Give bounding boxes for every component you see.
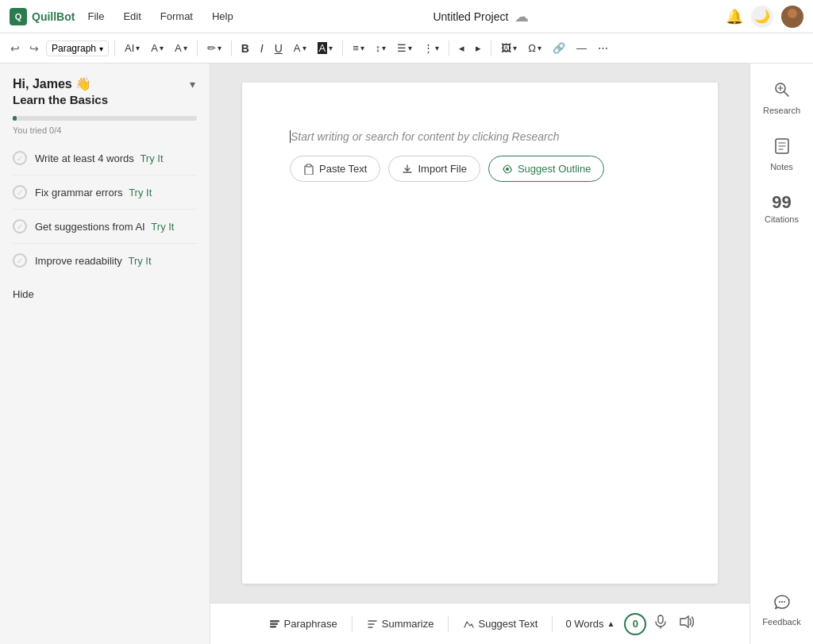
- indent-btn[interactable]: ▸: [472, 40, 485, 56]
- separator: [491, 40, 491, 56]
- underline-button[interactable]: U: [271, 40, 287, 57]
- microphone-button[interactable]: [649, 611, 672, 636]
- svg-rect-3: [306, 164, 311, 167]
- suggest-outline-button[interactable]: Suggest Outline: [488, 156, 605, 182]
- align-btn[interactable]: ≡ ▾: [349, 40, 368, 56]
- research-panel-btn[interactable]: Research: [750, 70, 813, 126]
- task-item-2: ✓ Fix grammar errors Try It: [13, 175, 197, 210]
- feedback-button[interactable]: Feedback: [750, 583, 813, 638]
- summarize-label: Summarize: [382, 618, 434, 630]
- research-icon: [773, 81, 791, 102]
- separator: [352, 616, 353, 632]
- greeting-text: Hi, James 👋: [13, 76, 108, 91]
- highlight-btn[interactable]: A▾: [314, 40, 337, 56]
- word-count-button[interactable]: 0 Words ▲: [559, 613, 621, 634]
- menu-edit[interactable]: Edit: [120, 9, 144, 24]
- svg-point-4: [506, 168, 509, 171]
- feedback-icon: [773, 594, 791, 614]
- more-options-btn[interactable]: ⋯: [594, 40, 612, 56]
- learn-subtitle: Learn the Basics: [13, 93, 108, 106]
- project-title[interactable]: Untitled Project: [433, 10, 508, 23]
- paragraph-style-label: Paragraph: [52, 43, 96, 54]
- cloud-save-icon[interactable]: ☁: [514, 8, 529, 25]
- formatting-toolbar: ↩ ↪ Paragraph AI ▾ A ▾ A▾ ✏ ▾ B I U A▾ A…: [0, 33, 813, 64]
- dark-mode-toggle[interactable]: 🌙: [751, 6, 773, 28]
- task-text-1: Write at least 4 words Try It: [35, 152, 197, 164]
- svg-point-13: [781, 601, 783, 603]
- citations-panel-btn[interactable]: 99 Citations: [750, 183, 813, 235]
- undo-button[interactable]: ↩: [6, 40, 24, 57]
- notes-panel-btn[interactable]: Notes: [750, 126, 813, 183]
- paragraph-style-select[interactable]: Paragraph: [46, 40, 109, 56]
- separator: [448, 616, 449, 632]
- audio-button[interactable]: [675, 612, 699, 635]
- learn-basics-panel: Hi, James 👋 Learn the Basics ▾ You tried…: [0, 64, 210, 644]
- editor-placeholder: Start writing or search for content by c…: [290, 130, 559, 143]
- svg-point-14: [784, 601, 785, 603]
- hr-btn[interactable]: —: [572, 40, 591, 56]
- undo-redo-group: ↩ ↪: [6, 40, 43, 57]
- image-btn[interactable]: 🖼 ▾: [497, 40, 521, 56]
- svg-rect-6: [270, 623, 278, 625]
- suggest-text-label: Suggest Text: [478, 618, 538, 630]
- svg-rect-8: [658, 615, 663, 623]
- svg-rect-5: [270, 620, 279, 623]
- svg-point-12: [779, 601, 780, 603]
- paste-text-button[interactable]: Paste Text: [290, 156, 380, 182]
- suggest-text-button[interactable]: Suggest Text: [455, 613, 545, 634]
- collapse-panel-button[interactable]: ▾: [188, 76, 197, 92]
- separator: [114, 40, 115, 56]
- indent-list-btn[interactable]: ⋮ ▾: [419, 40, 443, 56]
- special-char-btn[interactable]: Ω ▾: [524, 40, 545, 56]
- list-btn[interactable]: ☰ ▾: [393, 40, 416, 56]
- redo-button[interactable]: ↪: [25, 40, 43, 57]
- task-text-2: Fix grammar errors Try It: [35, 187, 197, 199]
- line-spacing-btn[interactable]: ↕ ▾: [372, 40, 391, 56]
- paragraph-chevron-icon: [99, 43, 103, 54]
- import-file-button[interactable]: Import File: [388, 156, 480, 182]
- menu-file[interactable]: File: [84, 9, 107, 24]
- svg-point-1: [784, 19, 800, 28]
- bold-button[interactable]: B: [237, 40, 253, 57]
- font-format-btn[interactable]: A▾: [171, 40, 191, 56]
- task-item-4: ✓ Improve readability Try It: [13, 244, 197, 277]
- action-buttons: Paste Text Import File Suggest Outline: [290, 156, 670, 182]
- italic-button[interactable]: I: [256, 40, 268, 57]
- paraphrase-button[interactable]: Paraphrase: [261, 613, 345, 634]
- spell-check-btn[interactable]: ✏ ▾: [203, 40, 225, 56]
- try-it-2[interactable]: Try It: [129, 187, 152, 199]
- summarize-button[interactable]: Summarize: [359, 613, 442, 634]
- feedback-label: Feedback: [762, 617, 800, 627]
- try-it-1[interactable]: Try It: [140, 152, 163, 164]
- word-count-label: 0 Words: [565, 618, 603, 630]
- import-file-label: Import File: [418, 163, 466, 175]
- research-label: Research: [763, 106, 800, 115]
- hide-button[interactable]: Hide: [13, 277, 197, 303]
- notes-label: Notes: [770, 162, 793, 172]
- app-logo[interactable]: Q QuillBot: [10, 8, 75, 25]
- font-size-btn[interactable]: A ▾: [147, 40, 168, 56]
- count-badge: 0: [624, 613, 646, 635]
- outdent-btn[interactable]: ◂: [455, 40, 468, 56]
- task-text-3: Get suggestions from AI Try It: [35, 221, 197, 233]
- task-item-3: ✓ Get suggestions from AI Try It: [13, 210, 197, 244]
- try-it-3[interactable]: Try It: [151, 221, 174, 233]
- task-text-4: Improve readability Try It: [35, 255, 197, 267]
- menu-format[interactable]: Format: [157, 9, 196, 24]
- task-check-3: ✓: [13, 219, 27, 233]
- notification-icon[interactable]: 🔔: [726, 8, 743, 25]
- link-btn[interactable]: 🔗: [549, 40, 569, 56]
- right-panel: Research Notes 99 Citations Feedback: [749, 64, 813, 644]
- task-check-2: ✓: [13, 185, 27, 199]
- ai-writing-btn[interactable]: AI ▾: [121, 40, 144, 56]
- editor-document[interactable]: Start writing or search for content by c…: [242, 83, 718, 584]
- notes-icon: [774, 137, 790, 159]
- font-color-btn[interactable]: A▾: [290, 40, 310, 56]
- task-item-1: ✓ Write at least 4 words Try It: [13, 141, 197, 175]
- editor-area: Start writing or search for content by c…: [210, 64, 749, 644]
- menu-help[interactable]: Help: [209, 9, 237, 24]
- separator: [342, 40, 343, 56]
- task-list: ✓ Write at least 4 words Try It ✓ Fix gr…: [13, 141, 197, 277]
- try-it-4[interactable]: Try It: [128, 255, 151, 267]
- user-avatar[interactable]: [781, 6, 803, 28]
